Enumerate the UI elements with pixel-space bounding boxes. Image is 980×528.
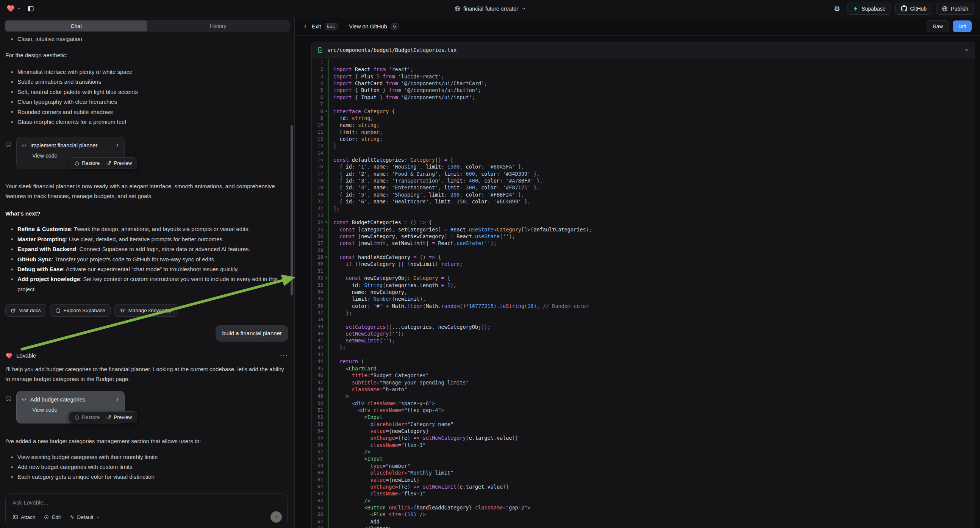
code-line: 50 <div className="space-y-6"> — [312, 400, 975, 407]
chevron-up-icon[interactable] — [964, 47, 969, 52]
code-line: 45 <ChartCard — [312, 365, 975, 372]
preview-button[interactable]: Preview — [106, 412, 132, 422]
line-number: 56 — [312, 442, 328, 448]
line-number: 4 — [312, 80, 328, 87]
preview-icon — [106, 161, 111, 166]
line-number: 49 — [312, 393, 328, 399]
code-line: 29∨ const handleAddCategory = () => { — [312, 254, 975, 261]
list-item: Add project knowledge: Set key context o… — [5, 274, 282, 294]
bookmark-icon[interactable] — [5, 140, 12, 148]
code-line: 7 — [312, 101, 975, 108]
line-number: 51 — [312, 407, 328, 413]
code-line: 38 — [312, 316, 975, 323]
line-number: 16 — [312, 163, 328, 170]
added-bullet-list: View existing budget categories with the… — [5, 452, 288, 482]
code-line: 47 subtitle="Manage your spending limits… — [312, 379, 975, 386]
code-line: 63 className="flex-1" — [312, 490, 975, 497]
code-line: 49 > — [312, 393, 975, 399]
restore-icon — [74, 161, 80, 166]
bookmark-icon[interactable] — [5, 395, 12, 402]
project-switcher[interactable]: financial-future-creator — [454, 0, 526, 17]
code-line: 26 const [newCategory, setNewCategory] =… — [312, 233, 975, 240]
sidebar-toggle-button[interactable] — [24, 3, 37, 14]
raw-button[interactable]: Raw — [927, 21, 949, 32]
line-number: 20 — [312, 191, 328, 198]
restore-button[interactable]: Restore — [74, 412, 100, 422]
code-line: 9 id: string; — [312, 115, 975, 122]
file-added-icon — [317, 47, 323, 53]
line-number: 50 — [312, 400, 328, 407]
line-number: 55 — [312, 434, 328, 441]
code-line: 66 <Plus size={16} /> — [312, 511, 975, 518]
chat-input-placeholder: Ask Lovable... — [13, 499, 280, 506]
github-button[interactable]: GitHub — [895, 3, 933, 15]
file-header[interactable]: src/components/budget/BudgetCategories.t… — [312, 42, 975, 58]
code-line: 25 const [categories, setCategories] = R… — [312, 226, 975, 233]
chat-input-box[interactable]: Ask Lovable... Attach Edit Default ↑ — [5, 493, 288, 527]
mode-selector[interactable]: Default — [69, 514, 100, 520]
line-number: 9 — [312, 115, 328, 122]
list-item: Soft, neutral color palette with light b… — [5, 87, 288, 97]
code-line: 30 if (!newCategory || !newLimit) return… — [312, 261, 975, 267]
send-button[interactable]: ↑ — [270, 511, 282, 523]
file-diff-card: src/components/budget/BudgetCategories.t… — [312, 42, 975, 528]
line-number: 39 — [312, 323, 328, 330]
diff-button[interactable]: Diff — [953, 21, 972, 32]
publish-button[interactable]: Publish — [936, 3, 974, 15]
settings-button[interactable]: ⚙ — [830, 3, 843, 14]
fold-chevron-icon[interactable]: ∨ — [325, 219, 327, 225]
code-view-panel: Exit ESC View on GitHub G Raw Diff src/c… — [295, 17, 980, 528]
code-line: 22]; — [312, 205, 975, 212]
line-number: 17 — [312, 170, 328, 177]
assistant-text: Your sleek financial planner is now read… — [5, 181, 280, 201]
edit-button[interactable]: Edit — [44, 514, 60, 520]
list-item: Add new budget categories with custom li… — [5, 462, 288, 472]
visit-docs-button[interactable]: Visit docs — [5, 304, 46, 316]
line-number: 47 — [312, 379, 328, 386]
lovable-logo-menu[interactable] — [6, 4, 21, 13]
tab-chat[interactable]: Chat — [5, 21, 147, 32]
code-lines: 12import React from 'react';3import { Pl… — [312, 58, 975, 528]
github-icon — [901, 5, 907, 12]
line-number: 6 — [312, 94, 328, 101]
code-line: 52 <Input — [312, 413, 975, 420]
manage-knowledge-button[interactable]: Manage knowledge — [115, 304, 178, 316]
preview-icon — [106, 415, 111, 420]
arrow-up-icon: ↑ — [275, 514, 278, 520]
fold-chevron-icon[interactable]: ∨ — [325, 253, 327, 260]
view-on-github-button[interactable]: View on GitHub G — [349, 23, 399, 30]
line-number: 13 — [312, 142, 328, 149]
supabase-button[interactable]: Supabase — [847, 3, 891, 15]
line-number: 61 — [312, 477, 328, 483]
code-line: 61 value={newLimit} — [312, 477, 975, 483]
explore-supabase-button[interactable]: Explore Supabase — [50, 304, 111, 316]
code-line: 23 — [312, 212, 975, 219]
restore-button[interactable]: Restore — [74, 158, 100, 168]
attach-button[interactable]: Attach — [13, 514, 35, 520]
fold-chevron-icon[interactable]: ∨ — [325, 108, 327, 115]
quick-actions: Visit docs Explore Supabase Manage knowl… — [5, 304, 288, 316]
list-item: View existing budget categories with the… — [5, 452, 288, 462]
line-number: 14 — [312, 149, 328, 156]
exit-button[interactable]: Exit ESC — [303, 23, 337, 30]
version-title: Implement financial planner — [30, 140, 97, 150]
code-line: 37 }; — [312, 309, 975, 316]
message-menu-button[interactable]: ··· — [280, 351, 288, 361]
line-number: 59 — [312, 463, 328, 469]
next-steps-list: Refine & Customize: Tweak the design, an… — [5, 224, 288, 294]
preview-button[interactable]: Preview — [106, 158, 132, 168]
code-line: 57 /> — [312, 448, 975, 455]
line-number: 62 — [312, 483, 328, 490]
chevron-down-icon — [96, 515, 100, 519]
chat-messages: Clean, intuitive navigation For the desi… — [0, 34, 294, 490]
code-line: 36 color: '#' + Math.floor(Math.random()… — [312, 303, 975, 309]
chat-history-tabs: Chat History — [5, 20, 290, 32]
fold-chevron-icon[interactable]: ∨ — [325, 274, 327, 281]
tab-history[interactable]: History — [147, 21, 290, 32]
line-number: 35 — [312, 296, 328, 302]
code-view-header: Exit ESC View on GitHub G Raw Diff — [295, 17, 980, 36]
chat-scrollbar[interactable] — [291, 125, 293, 296]
section-heading: What's next? — [5, 209, 288, 219]
globe-icon — [454, 6, 460, 12]
chevron-left-icon — [303, 24, 308, 29]
